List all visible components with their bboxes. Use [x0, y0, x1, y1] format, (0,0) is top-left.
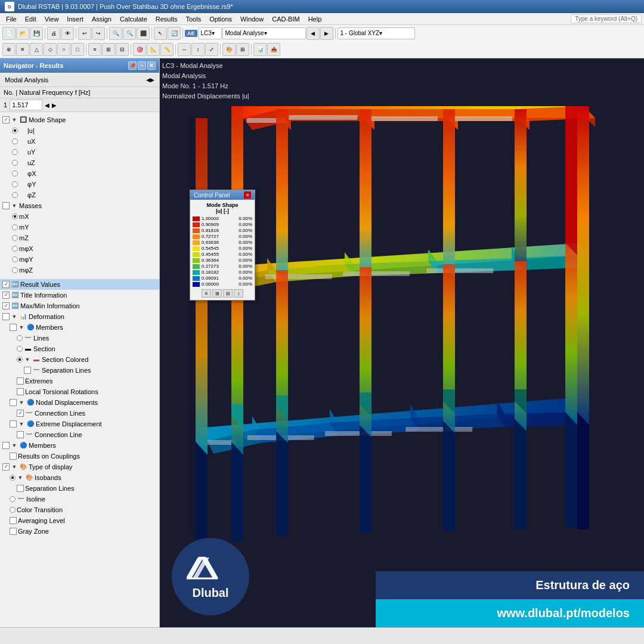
menu-edit[interactable]: Edit [21, 15, 40, 23]
cp-btn-4[interactable]: ↕ [234, 289, 243, 298]
tree-radio-isobands[interactable] [10, 475, 16, 481]
tree-checkbox-separation-lines[interactable] [24, 367, 31, 374]
tree-item-uz[interactable]: uZ [0, 157, 159, 168]
toolbar-btn-redo[interactable]: ↪ [92, 27, 105, 40]
tree-radio-color-transition[interactable] [10, 507, 16, 513]
tree-radio-uz[interactable] [12, 160, 18, 166]
tree-item-lines[interactable]: 〰 Lines [0, 333, 159, 343]
toolbar-btn-r10[interactable]: 🎯 [133, 43, 146, 56]
tree-checkbox-mode-shape[interactable] [2, 116, 10, 123]
toolbar-btn-fit[interactable]: ⬛ [137, 27, 150, 40]
toolbar-btn-undo[interactable]: ↩ [78, 27, 91, 40]
tree-item-extremes[interactable]: Extremes [0, 376, 159, 386]
tree-item-phiy[interactable]: φY [0, 179, 159, 190]
tree-item-nodal-displacements[interactable]: ▼ 🔵 Nodal Displacements [0, 397, 159, 408]
tree-item-u-abs[interactable]: |u| [0, 125, 159, 136]
tree-item-ux[interactable]: uX [0, 136, 159, 147]
tree-item-maxmin-info[interactable]: 🔤 Max/Min Information [0, 301, 159, 311]
tree-checkbox-maxmin-info[interactable] [2, 302, 10, 309]
tree-radio-section[interactable] [17, 346, 23, 352]
tree-item-mphix[interactable]: mφX [0, 243, 159, 254]
tree-item-my[interactable]: mY [0, 222, 159, 233]
tree-item-members-main[interactable]: ▼ 🔵 Members [0, 440, 159, 451]
tree-checkbox-title-info[interactable] [2, 292, 10, 299]
tree-radio-mphiz[interactable] [12, 267, 18, 273]
toolbar-btn-r8[interactable]: ⊞ [102, 43, 115, 56]
control-panel-close-button[interactable]: ✕ [244, 191, 251, 199]
toolbar-btn-render[interactable]: 🎨 [222, 43, 236, 56]
nav-close-button[interactable]: ✕ [147, 61, 156, 70]
tree-item-mphiy[interactable]: mφY [0, 254, 159, 265]
toolbar-btn-save[interactable]: 💾 [30, 27, 43, 40]
toolbar-btn-prev-lc[interactable]: ◀ [306, 27, 320, 40]
toolbar-btn-r2[interactable]: ✕ [16, 43, 29, 56]
tree-item-mx[interactable]: mX [0, 211, 159, 222]
tree-checkbox-type-display[interactable] [2, 463, 10, 470]
toolbar-btn-r13[interactable]: ↔ [178, 43, 191, 56]
menu-options[interactable]: Options [206, 15, 236, 23]
toolbar-btn-r1[interactable]: ⊕ [2, 43, 16, 56]
menu-file[interactable]: File [2, 15, 20, 23]
tree-checkbox-results-couplings[interactable] [10, 453, 17, 460]
nav-tab-arrows[interactable]: ◀▶ [146, 77, 154, 83]
tree-checkbox-averaging-level[interactable] [10, 517, 17, 524]
tree-item-connection-line[interactable]: 〰 Connection Line [0, 429, 159, 440]
tree-radio-u-abs[interactable] [12, 128, 18, 134]
toolbar-btn-r6[interactable]: □ [71, 43, 84, 56]
freq-value-input[interactable] [10, 100, 42, 110]
toolbar-btn-select[interactable]: ↖ [154, 27, 167, 40]
tree-checkbox-result-values[interactable] [2, 281, 10, 288]
menu-insert[interactable]: Insert [63, 15, 87, 23]
tree-checkbox-members-def[interactable] [10, 324, 17, 331]
tree-checkbox-members-main[interactable] [2, 442, 10, 449]
tree-item-extreme-displacement[interactable]: ▼ 🔵 Extreme Displacement [0, 419, 159, 429]
tree-item-results-couplings[interactable]: Results on Couplings [0, 451, 159, 462]
tree-radio-mphiy[interactable] [12, 256, 18, 262]
toolbar-btn-r11[interactable]: 📐 [147, 43, 160, 56]
menu-calculate[interactable]: Calculate [116, 15, 151, 23]
tree-radio-isoline[interactable] [10, 496, 16, 502]
toolbar-btn-rotate[interactable]: 🔄 [168, 27, 181, 40]
tree-item-deformation[interactable]: ▼ 📊 Deformation [0, 311, 159, 322]
tree-item-section-colored[interactable]: ▼ ▬ Section Colored [0, 354, 159, 365]
tree-expand-mode-shape[interactable]: ▼ [11, 116, 18, 123]
toolbar-btn-preview[interactable]: 👁 [61, 27, 74, 40]
tree-item-title-info[interactable]: 🔤 Title Information [0, 290, 159, 301]
toolbar-btn-next-lc[interactable]: ▶ [320, 27, 333, 40]
toolbar-btn-mesh[interactable]: ⊞ [236, 43, 249, 56]
cp-btn-3[interactable]: ⊟ [223, 289, 233, 298]
tree-expand-isobands[interactable]: ▼ [17, 474, 24, 481]
toolbar-btn-r7[interactable]: ≡ [88, 43, 101, 56]
tree-item-members-def[interactable]: ▼ 🔵 Members [0, 322, 159, 333]
tree-radio-phix[interactable] [12, 171, 18, 177]
toolbar-btn-r15[interactable]: ⤢ [205, 43, 218, 56]
tree-expand-nodal-displacements[interactable]: ▼ [18, 399, 25, 406]
menu-view[interactable]: View [41, 15, 63, 23]
toolbar-btn-new[interactable]: 📄 [2, 27, 16, 40]
tree-expand-masses[interactable]: ▼ [11, 202, 18, 209]
tree-expand-section-colored[interactable]: ▼ [24, 356, 31, 363]
tree-item-local-torsional[interactable]: Local Torsional Rotations [0, 386, 159, 397]
cp-btn-1[interactable]: ≡ [202, 289, 211, 298]
tree-radio-uy[interactable] [12, 149, 18, 155]
toolbar-btn-r5[interactable]: ○ [57, 43, 70, 56]
menu-help[interactable]: Help [305, 15, 326, 23]
tree-item-uy[interactable]: uY [0, 147, 159, 157]
tree-radio-mx[interactable] [12, 213, 18, 219]
tree-expand-deformation[interactable]: ▼ [11, 313, 18, 320]
tree-radio-mphix[interactable] [12, 246, 18, 252]
menu-tools[interactable]: Tools [182, 15, 205, 23]
tree-item-type-display[interactable]: ▼ 🎨 Type of display [0, 462, 159, 472]
cp-btn-2[interactable]: ⊞ [212, 289, 222, 298]
tree-radio-phiz[interactable] [12, 192, 18, 198]
tree-checkbox-deformation[interactable] [2, 313, 10, 320]
tree-expand-members-def[interactable]: ▼ [18, 324, 25, 331]
tree-item-isobands[interactable]: ▼ 🎨 Isobands [0, 472, 159, 483]
tree-checkbox-masses[interactable] [2, 202, 10, 209]
menu-assign[interactable]: Assign [88, 15, 115, 23]
tree-radio-phiy[interactable] [12, 181, 18, 187]
toolbar-btn-r9[interactable]: ⊟ [116, 43, 129, 56]
tree-item-result-values[interactable]: 🔤 Result Values [0, 279, 159, 290]
search-bar[interactable]: Type a keyword (Alt+Q) [571, 14, 642, 23]
tree-checkbox-connection-line[interactable] [17, 431, 24, 438]
